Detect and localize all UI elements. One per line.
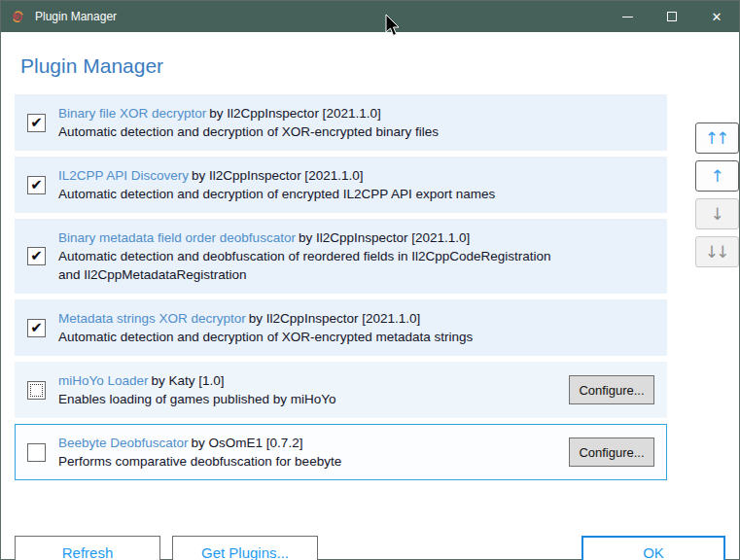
checkmark-icon: ✔ — [30, 321, 43, 335]
plugin-row[interactable]: miHoYo Loaderby Katy [1.0] Enables loadi… — [15, 362, 667, 418]
plugin-title-line: IL2CPP API Discoveryby Il2CppInspector [… — [58, 166, 654, 185]
plugin-enabled-checkbox[interactable]: ✔ — [27, 176, 46, 194]
minimize-icon — [622, 17, 633, 18]
page-title: Plugin Manager — [20, 54, 725, 78]
content-area: Plugin Manager ✔ Binary file XOR decrypt… — [1, 32, 739, 559]
refresh-button[interactable]: Refresh — [15, 536, 160, 560]
plugin-enabled-checkbox[interactable]: ✔ — [27, 319, 46, 337]
plugin-enabled-checkbox[interactable] — [27, 443, 46, 462]
plugin-row[interactable]: ✔ Binary file XOR decryptorby Il2CppInsp… — [15, 94, 667, 151]
get-plugins-button[interactable]: Get Plugins... — [172, 536, 318, 560]
maximize-button[interactable] — [650, 1, 694, 32]
plugin-title-line: Binary metadata field order deobfuscator… — [58, 228, 654, 247]
app-icon — [10, 8, 27, 25]
move-down-button: ↓ — [695, 198, 739, 229]
plugin-byline: by Il2CppInspector [2021.1.0] — [249, 311, 420, 326]
maximize-icon — [667, 12, 677, 21]
minimize-button[interactable] — [605, 1, 650, 32]
plugin-byline: by Il2CppInspector [2021.1.0] — [192, 168, 363, 183]
configure-button[interactable]: Configure... — [569, 375, 654, 404]
configure-button[interactable]: Configure... — [569, 438, 654, 467]
title-bar: Plugin Manager ✕ — [1, 1, 739, 32]
move-up-button[interactable]: ↑ — [695, 160, 739, 192]
plugin-name-link[interactable]: Metadata strings XOR decryptor — [58, 311, 246, 326]
plugin-description: Automatic detection and decryption of XO… — [58, 328, 566, 346]
plugin-enabled-checkbox[interactable]: ✔ — [27, 247, 46, 265]
plugin-row[interactable]: ✔ IL2CPP API Discoveryby Il2CppInspector… — [15, 157, 667, 213]
plugin-enabled-checkbox[interactable] — [27, 381, 46, 400]
plugin-list: ✔ Binary file XOR decryptorby Il2CppInsp… — [15, 94, 667, 480]
move-up-icon: ↑ — [710, 168, 723, 185]
plugin-row[interactable]: Beebyte Deobfuscatorby OsOmE1 [0.7.2] Pe… — [15, 424, 667, 480]
checkmark-icon: ✔ — [30, 249, 43, 263]
reorder-button-column: ↑↑↑↓↓↓ — [695, 122, 739, 267]
plugin-title-line: Metadata strings XOR decryptorby Il2CppI… — [58, 309, 654, 328]
plugin-manager-window: Plugin Manager ✕ Plugin Manager ✔ Binary… — [0, 0, 740, 560]
checkmark-icon: ✔ — [30, 178, 43, 192]
plugin-name-link[interactable]: Beebyte Deobfuscator — [58, 436, 189, 450]
plugin-description: Automatic detection and decryption of XO… — [58, 122, 566, 141]
plugin-byline: by Katy [1.0] — [152, 373, 225, 388]
plugin-info: Binary file XOR decryptorby Il2CppInspec… — [58, 104, 654, 141]
plugin-row[interactable]: ✔ Binary metadata field order deobfuscat… — [15, 219, 667, 294]
plugin-description: Automatic detection and deobfuscation of… — [58, 247, 566, 284]
move-bottom-icon: ↓↓ — [708, 244, 727, 261]
plugin-name-link[interactable]: Binary file XOR decryptor — [58, 106, 206, 121]
plugin-enabled-checkbox[interactable]: ✔ — [27, 114, 46, 132]
plugin-info: Metadata strings XOR decryptorby Il2CppI… — [58, 309, 654, 346]
plugin-info: Binary metadata field order deobfuscator… — [58, 228, 654, 284]
plugin-info: miHoYo Loaderby Katy [1.0] Enables loadi… — [58, 371, 557, 408]
move-top-icon: ↑↑ — [708, 130, 727, 147]
plugin-description: Automatic detection and decryption of en… — [58, 185, 566, 203]
ok-button[interactable]: OK — [581, 536, 725, 560]
plugin-info: Beebyte Deobfuscatorby OsOmE1 [0.7.2] Pe… — [58, 434, 557, 471]
plugin-title-line: Beebyte Deobfuscatorby OsOmE1 [0.7.2] — [58, 434, 557, 452]
close-button[interactable]: ✕ — [694, 1, 739, 32]
move-down-icon: ↓ — [710, 206, 723, 223]
move-to-bottom-button: ↓↓ — [695, 236, 739, 267]
plugin-name-link[interactable]: Binary metadata field order deobfuscator — [58, 230, 296, 245]
move-to-top-button[interactable]: ↑↑ — [695, 122, 739, 154]
close-icon: ✕ — [712, 10, 722, 24]
window-title: Plugin Manager — [35, 10, 117, 23]
plugin-info: IL2CPP API Discoveryby Il2CppInspector [… — [58, 166, 654, 203]
plugin-title-line: Binary file XOR decryptorby Il2CppInspec… — [58, 104, 654, 122]
plugin-byline: by Il2CppInspector [2021.1.0] — [299, 230, 470, 245]
plugin-name-link[interactable]: IL2CPP API Discovery — [58, 168, 189, 183]
plugin-description: Performs comparative deobfuscation for b… — [58, 452, 557, 471]
plugin-row[interactable]: ✔ Metadata strings XOR decryptorby Il2Cp… — [15, 299, 667, 356]
plugin-name-link[interactable]: miHoYo Loader — [58, 373, 149, 388]
footer-bar: Refresh Get Plugins... OK — [15, 536, 725, 560]
plugin-byline: by OsOmE1 [0.7.2] — [192, 436, 303, 450]
plugin-title-line: miHoYo Loaderby Katy [1.0] — [58, 371, 557, 390]
plugin-description: Enables loading of games published by mi… — [58, 390, 557, 408]
plugin-byline: by Il2CppInspector [2021.1.0] — [209, 106, 380, 121]
checkmark-icon: ✔ — [30, 116, 43, 130]
